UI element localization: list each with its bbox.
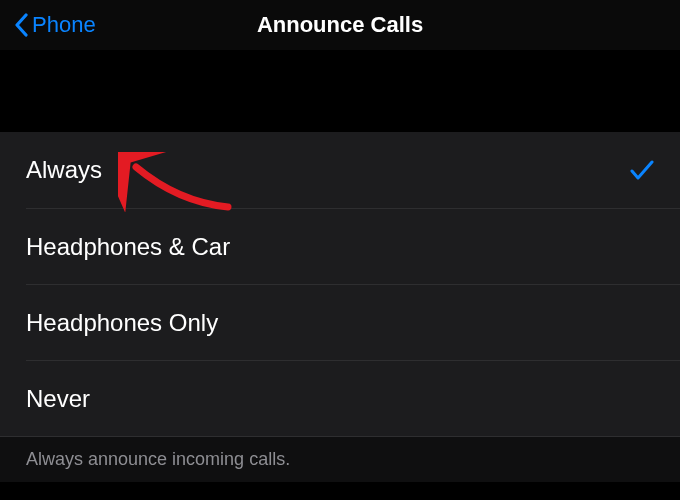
footer-description: Always announce incoming calls.	[26, 449, 654, 470]
option-never[interactable]: Never	[0, 360, 680, 436]
back-button[interactable]: Phone	[14, 12, 96, 38]
back-label: Phone	[32, 12, 96, 38]
option-headphones-only[interactable]: Headphones Only	[0, 284, 680, 360]
chevron-left-icon	[14, 13, 28, 37]
spacer	[0, 50, 680, 132]
option-always[interactable]: Always	[0, 132, 680, 208]
option-label: Always	[26, 156, 102, 184]
options-list: Always Headphones & Car Headphones Only …	[0, 132, 680, 436]
navigation-bar: Phone Announce Calls	[0, 0, 680, 50]
footer: Always announce incoming calls.	[0, 436, 680, 482]
option-label: Never	[26, 385, 90, 413]
option-label: Headphones & Car	[26, 233, 230, 261]
page-title: Announce Calls	[0, 12, 680, 38]
option-label: Headphones Only	[26, 309, 218, 337]
checkmark-icon	[630, 159, 654, 181]
option-headphones-car[interactable]: Headphones & Car	[0, 208, 680, 284]
